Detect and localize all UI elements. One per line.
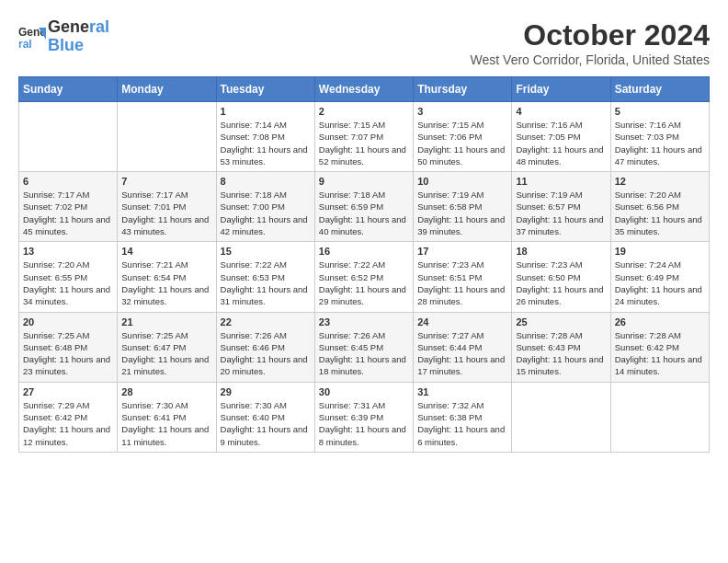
day-number: 21 (121, 316, 211, 327)
calendar-cell: 23 Sunrise: 7:26 AMSunset: 6:45 PMDaylig… (314, 312, 413, 382)
calendar-cell: 14 Sunrise: 7:21 AMSunset: 6:54 PMDaylig… (118, 242, 216, 312)
day-info: Sunrise: 7:31 AMSunset: 6:39 PMDaylight:… (319, 399, 409, 448)
calendar-cell: 21 Sunrise: 7:25 AMSunset: 6:47 PMDaylig… (118, 312, 216, 382)
calendar-cell: 16 Sunrise: 7:22 AMSunset: 6:52 PMDaylig… (314, 242, 413, 312)
day-info: Sunrise: 7:21 AMSunset: 6:54 PMDaylight:… (121, 259, 211, 307)
day-number: 25 (516, 316, 606, 327)
day-info: Sunrise: 7:17 AMSunset: 7:02 PMDaylight:… (23, 189, 113, 237)
day-info: Sunrise: 7:29 AMSunset: 6:42 PMDaylight:… (23, 399, 113, 448)
page-header: Gene ral General Blue October 2024 West … (18, 18, 710, 67)
calendar-cell: 17 Sunrise: 7:23 AMSunset: 6:51 PMDaylig… (414, 242, 512, 312)
day-info: Sunrise: 7:15 AMSunset: 7:07 PMDaylight:… (319, 119, 409, 167)
day-info: Sunrise: 7:20 AMSunset: 6:55 PMDaylight:… (23, 259, 113, 307)
calendar-cell: 3 Sunrise: 7:15 AMSunset: 7:06 PMDayligh… (414, 102, 512, 172)
day-number: 4 (516, 106, 606, 117)
calendar-cell: 12 Sunrise: 7:20 AMSunset: 6:56 PMDaylig… (610, 172, 709, 242)
day-number: 28 (121, 386, 211, 397)
day-header-friday: Friday (512, 77, 610, 102)
day-info: Sunrise: 7:17 AMSunset: 7:01 PMDaylight:… (121, 189, 211, 237)
day-number: 14 (121, 246, 211, 257)
day-number: 12 (615, 176, 705, 187)
calendar-week-row: 27 Sunrise: 7:29 AMSunset: 6:42 PMDaylig… (19, 382, 710, 452)
calendar-week-row: 20 Sunrise: 7:25 AMSunset: 6:48 PMDaylig… (19, 312, 710, 382)
day-number: 19 (615, 246, 705, 257)
calendar-cell: 10 Sunrise: 7:19 AMSunset: 6:58 PMDaylig… (414, 172, 512, 242)
calendar-cell: 5 Sunrise: 7:16 AMSunset: 7:03 PMDayligh… (610, 102, 709, 172)
day-info: Sunrise: 7:23 AMSunset: 6:51 PMDaylight:… (417, 259, 507, 307)
day-number: 13 (23, 246, 113, 257)
day-number: 5 (615, 106, 705, 117)
calendar-week-row: 6 Sunrise: 7:17 AMSunset: 7:02 PMDayligh… (19, 172, 710, 242)
day-info: Sunrise: 7:26 AMSunset: 6:45 PMDaylight:… (319, 329, 409, 378)
day-info: Sunrise: 7:30 AMSunset: 6:41 PMDaylight:… (121, 399, 211, 448)
day-info: Sunrise: 7:19 AMSunset: 6:57 PMDaylight:… (516, 189, 606, 237)
calendar-cell: 31 Sunrise: 7:32 AMSunset: 6:38 PMDaylig… (414, 382, 512, 452)
svg-text:ral: ral (18, 38, 32, 51)
calendar-cell: 9 Sunrise: 7:18 AMSunset: 6:59 PMDayligh… (314, 172, 413, 242)
day-info: Sunrise: 7:22 AMSunset: 6:52 PMDaylight:… (319, 259, 409, 307)
day-header-monday: Monday (118, 77, 216, 102)
day-header-wednesday: Wednesday (314, 77, 413, 102)
day-info: Sunrise: 7:28 AMSunset: 6:42 PMDaylight:… (615, 329, 705, 378)
calendar-cell: 4 Sunrise: 7:16 AMSunset: 7:05 PMDayligh… (512, 102, 610, 172)
calendar-cell: 30 Sunrise: 7:31 AMSunset: 6:39 PMDaylig… (314, 382, 413, 452)
day-info: Sunrise: 7:23 AMSunset: 6:50 PMDaylight:… (516, 259, 606, 307)
day-info: Sunrise: 7:26 AMSunset: 6:46 PMDaylight:… (221, 329, 311, 378)
calendar-cell: 29 Sunrise: 7:30 AMSunset: 6:40 PMDaylig… (216, 382, 314, 452)
calendar-cell (512, 382, 610, 452)
day-info: Sunrise: 7:19 AMSunset: 6:58 PMDaylight:… (417, 189, 507, 237)
day-number: 18 (516, 246, 606, 257)
calendar-week-row: 13 Sunrise: 7:20 AMSunset: 6:55 PMDaylig… (19, 242, 710, 312)
day-info: Sunrise: 7:22 AMSunset: 6:53 PMDaylight:… (221, 259, 311, 307)
day-number: 17 (417, 246, 507, 257)
day-number: 2 (319, 106, 409, 117)
location: West Vero Corridor, Florida, United Stat… (471, 52, 710, 67)
day-header-tuesday: Tuesday (216, 77, 314, 102)
day-info: Sunrise: 7:16 AMSunset: 7:03 PMDaylight:… (615, 119, 705, 167)
day-number: 1 (221, 106, 311, 117)
day-number: 26 (615, 316, 705, 327)
day-info: Sunrise: 7:25 AMSunset: 6:47 PMDaylight:… (121, 329, 211, 378)
day-header-sunday: Sunday (19, 77, 118, 102)
calendar-cell: 26 Sunrise: 7:28 AMSunset: 6:42 PMDaylig… (610, 312, 709, 382)
calendar-cell: 27 Sunrise: 7:29 AMSunset: 6:42 PMDaylig… (19, 382, 118, 452)
calendar-cell (610, 382, 709, 452)
logo: Gene ral General Blue (18, 18, 109, 55)
calendar-cell: 22 Sunrise: 7:26 AMSunset: 6:46 PMDaylig… (216, 312, 314, 382)
day-info: Sunrise: 7:14 AMSunset: 7:08 PMDaylight:… (221, 119, 311, 167)
day-header-saturday: Saturday (610, 77, 709, 102)
calendar-table: SundayMondayTuesdayWednesdayThursdayFrid… (18, 76, 710, 453)
calendar-cell: 18 Sunrise: 7:23 AMSunset: 6:50 PMDaylig… (512, 242, 610, 312)
day-info: Sunrise: 7:25 AMSunset: 6:48 PMDaylight:… (23, 329, 113, 378)
day-info: Sunrise: 7:18 AMSunset: 6:59 PMDaylight:… (319, 189, 409, 237)
calendar-cell: 20 Sunrise: 7:25 AMSunset: 6:48 PMDaylig… (19, 312, 118, 382)
calendar-cell: 8 Sunrise: 7:18 AMSunset: 7:00 PMDayligh… (216, 172, 314, 242)
day-number: 29 (221, 386, 311, 397)
calendar-cell: 7 Sunrise: 7:17 AMSunset: 7:01 PMDayligh… (118, 172, 216, 242)
day-number: 31 (417, 386, 507, 397)
day-info: Sunrise: 7:32 AMSunset: 6:38 PMDaylight:… (417, 399, 507, 448)
day-number: 20 (23, 316, 113, 327)
calendar-cell: 1 Sunrise: 7:14 AMSunset: 7:08 PMDayligh… (216, 102, 314, 172)
calendar-header-row: SundayMondayTuesdayWednesdayThursdayFrid… (19, 77, 710, 102)
calendar-cell: 2 Sunrise: 7:15 AMSunset: 7:07 PMDayligh… (314, 102, 413, 172)
day-info: Sunrise: 7:30 AMSunset: 6:40 PMDaylight:… (221, 399, 311, 448)
calendar-cell: 24 Sunrise: 7:27 AMSunset: 6:44 PMDaylig… (414, 312, 512, 382)
day-info: Sunrise: 7:28 AMSunset: 6:43 PMDaylight:… (516, 329, 606, 378)
day-number: 22 (221, 316, 311, 327)
day-number: 3 (417, 106, 507, 117)
day-number: 9 (319, 176, 409, 187)
day-info: Sunrise: 7:27 AMSunset: 6:44 PMDaylight:… (417, 329, 507, 378)
day-info: Sunrise: 7:20 AMSunset: 6:56 PMDaylight:… (615, 189, 705, 237)
calendar-cell: 28 Sunrise: 7:30 AMSunset: 6:41 PMDaylig… (118, 382, 216, 452)
title-block: October 2024 West Vero Corridor, Florida… (471, 18, 710, 67)
calendar-cell (19, 102, 118, 172)
day-info: Sunrise: 7:18 AMSunset: 7:00 PMDaylight:… (221, 189, 311, 237)
day-number: 24 (417, 316, 507, 327)
calendar-cell: 13 Sunrise: 7:20 AMSunset: 6:55 PMDaylig… (19, 242, 118, 312)
day-number: 10 (417, 176, 507, 187)
calendar-week-row: 1 Sunrise: 7:14 AMSunset: 7:08 PMDayligh… (19, 102, 710, 172)
calendar-cell (118, 102, 216, 172)
day-number: 15 (221, 246, 311, 257)
day-number: 7 (121, 176, 211, 187)
